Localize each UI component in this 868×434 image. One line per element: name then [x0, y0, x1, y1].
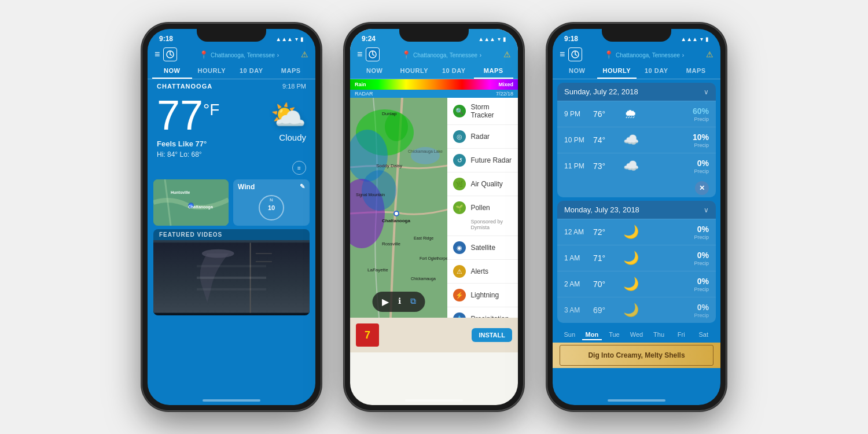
icon-3am: 🌙	[616, 303, 645, 318]
now-main: 77°F ⛅	[157, 94, 306, 136]
nav-location-2[interactable]: 📍 Chattanooga, Tennessee ›	[383, 50, 500, 59]
precip-3am: 0% Precip	[645, 302, 709, 318]
pollen-icon: 🌱	[453, 201, 466, 214]
ad-image	[384, 323, 467, 347]
precip-9pm: 60% Precip	[645, 106, 709, 122]
radar-icon: ◎	[453, 130, 466, 143]
menu-lightning[interactable]: ⚡ Lightning	[447, 284, 518, 307]
ad-banner-3: Dig Into Creamy, Melty Shells	[553, 343, 720, 368]
precip-2am: 0% Precip	[645, 276, 709, 292]
menu-precipitation[interactable]: 💧 Precipitation	[447, 307, 518, 318]
notch	[197, 29, 266, 42]
edit-icon[interactable]: ✎	[300, 183, 305, 191]
status-icons-3: ▲▲▲ ▾ ▮	[681, 36, 709, 42]
week-tab-mon[interactable]: Mon	[582, 331, 602, 340]
svg-text:Fort Oglethorpe: Fort Oglethorpe	[420, 256, 447, 261]
alert-icon-1[interactable]: ⚠	[301, 50, 308, 59]
layers-icon[interactable]: ⧉	[410, 296, 416, 307]
menu-storm-tracker[interactable]: 🔍 Storm Tracker	[447, 98, 518, 125]
wifi-icon-2: ▾	[498, 36, 501, 42]
hour-row-1am: 1 AM 71° 🌙 0% Precip	[557, 245, 716, 271]
nav-location-3[interactable]: 📍 Chattanooga, Tennessee ›	[586, 50, 703, 59]
week-tab-wed[interactable]: Wed	[627, 331, 647, 340]
svg-text:Chattanooga: Chattanooga	[188, 205, 213, 209]
week-tab-fri[interactable]: Fri	[671, 331, 692, 340]
tab-now-2[interactable]: NOW	[355, 64, 395, 79]
week-tabs: Sun Mon Tue Wed Thu Fri Sat	[553, 326, 720, 343]
home-indicator-1[interactable]	[203, 399, 260, 402]
ad-text: Dig Into Creamy, Melty Shells	[588, 351, 685, 359]
hi-low: Hi: 84° Lo: 68°	[157, 150, 207, 159]
info-icon[interactable]: ℹ	[398, 296, 401, 307]
mini-map[interactable]: Huntsville Chattanooga	[153, 179, 229, 226]
phone-3: 9:18 ▲▲▲ ▾ ▮ ≡ 📍 Chattanooga, Tennessee …	[547, 23, 726, 411]
details-menu-icon[interactable]: ≡	[292, 161, 306, 175]
temperature-display: 77°F	[157, 94, 219, 136]
svg-text:East Ridge: East Ridge	[414, 236, 433, 241]
svg-point-18	[362, 170, 396, 211]
tab-hourly-1[interactable]: HOURLY	[192, 64, 232, 79]
week-tab-tue[interactable]: Tue	[604, 331, 624, 340]
week-tab-sun[interactable]: Sun	[560, 331, 580, 340]
home-indicator-3[interactable]	[608, 399, 665, 402]
time-2am: 2 AM	[564, 280, 593, 288]
menu-icon-2[interactable]: ≡	[357, 49, 362, 60]
sunday-section: Sunday, July 22, 2018 ∨ 9 PM 76° 🌧 60% P…	[557, 83, 716, 197]
tab-10day-3[interactable]: 10 DAY	[637, 64, 676, 79]
close-section: ✕	[557, 179, 716, 197]
ad-icon: 7	[356, 323, 379, 347]
tab-hourly-2[interactable]: HOURLY	[395, 64, 435, 79]
radar-label-menu: Radar	[470, 133, 490, 141]
nav-location-1[interactable]: 📍 Chattanooga, Tennessee ›	[181, 50, 297, 59]
now-content: CHATTANOOGA 9:18 PM 77°F ⛅ Feels Like 77…	[148, 79, 315, 159]
alert-icon-2[interactable]: ⚠	[503, 50, 511, 59]
sunday-header[interactable]: Sunday, July 22, 2018 ∨	[557, 83, 716, 101]
temp-1am: 71°	[593, 253, 616, 263]
play-icon[interactable]: ▶	[382, 296, 389, 307]
icon-1am: 🌙	[616, 251, 645, 266]
tab-maps-1[interactable]: MAPS	[271, 64, 311, 79]
wifi-icon: ▾	[295, 36, 298, 42]
tab-10day-1[interactable]: 10 DAY	[231, 64, 271, 79]
menu-icon-3[interactable]: ≡	[560, 49, 565, 60]
menu-future-radar[interactable]: ↺ Future Radar	[447, 149, 518, 172]
mixed-label: Mixed	[498, 82, 513, 87]
tab-now-3[interactable]: NOW	[557, 64, 597, 79]
map-area[interactable]: Dunlap Soddy Daisy Signal Mountain Chatt…	[350, 98, 447, 318]
tab-hourly-3[interactable]: HOURLY	[597, 64, 637, 79]
install-button[interactable]: INSTALL	[472, 328, 512, 342]
menu-satellite[interactable]: ◉ Satellite	[447, 236, 518, 260]
hour-row-2am: 2 AM 70° 🌙 0% Precip	[557, 271, 716, 297]
ad-border: Dig Into Creamy, Melty Shells	[560, 345, 713, 366]
alert-icon-3[interactable]: ⚠	[706, 50, 713, 59]
menu-alerts[interactable]: ⚠ Alerts	[447, 260, 518, 284]
time-11pm: 11 PM	[564, 162, 593, 170]
menu-radar[interactable]: ◎ Radar	[447, 125, 518, 149]
video-thumbnail[interactable]	[153, 240, 310, 315]
week-tab-sat[interactable]: Sat	[693, 331, 713, 340]
status-time-2: 9:24	[362, 35, 376, 43]
tab-10day-2[interactable]: 10 DAY	[434, 64, 474, 79]
wifi-icon-3: ▾	[700, 36, 703, 42]
compass: 10	[259, 195, 284, 220]
tab-maps-2[interactable]: MAPS	[474, 64, 514, 79]
week-tab-thu[interactable]: Thu	[649, 331, 669, 340]
featured-videos: FEATURED VIDEOS	[153, 229, 310, 315]
menu-pollen[interactable]: 🌱 Pollen Sponsored by Dymista	[447, 196, 518, 236]
menu-air-quality[interactable]: 🌿 Air Quality	[447, 172, 518, 196]
close-button[interactable]: ✕	[695, 181, 709, 195]
tab-now-1[interactable]: NOW	[152, 64, 192, 79]
air-quality-label: Air Quality	[470, 180, 502, 188]
menu-icon[interactable]: ≡	[155, 49, 160, 60]
cloud-icon: ⛅	[270, 99, 306, 131]
precip-label-9pm: Precip	[645, 116, 709, 122]
home-indicator-2[interactable]	[405, 399, 463, 402]
notch-3	[602, 29, 671, 42]
hourly-content: Sunday, July 22, 2018 ∨ 9 PM 76° 🌧 60% P…	[553, 79, 720, 368]
monday-header[interactable]: Monday, July 23, 2018 ∨	[557, 201, 716, 219]
temp-3am: 69°	[593, 306, 616, 315]
tab-bar-3: NOW HOURLY 10 DAY MAPS	[553, 64, 720, 79]
monday-chevron: ∨	[704, 206, 709, 214]
tab-maps-3[interactable]: MAPS	[676, 64, 716, 79]
svg-text:Chickamauga: Chickamauga	[411, 277, 436, 281]
